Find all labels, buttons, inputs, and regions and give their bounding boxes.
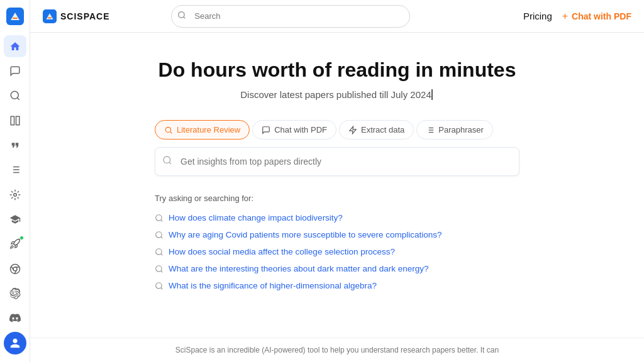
svg-line-41 xyxy=(161,271,163,273)
suggestion-item[interactable]: What is the significance of higher-dimen… xyxy=(155,277,519,294)
main-area: SCISPACE Pricing + Chat with PDF Do hour… xyxy=(30,0,644,362)
svg-point-40 xyxy=(156,266,162,272)
content-area: Do hours worth of reading in minutes Dis… xyxy=(30,33,644,337)
svg-rect-21 xyxy=(48,17,52,18)
header-search-container xyxy=(171,5,410,28)
hero-title: Do hours worth of reading in minutes xyxy=(158,58,516,82)
svg-point-3 xyxy=(11,92,18,99)
header: SCISPACE Pricing + Chat with PDF xyxy=(30,0,644,33)
tab-extract-data[interactable]: Extract data xyxy=(339,120,414,140)
suggestions-label: Try asking or searching for: xyxy=(155,194,519,203)
suggestion-item[interactable]: How does social media affect the college… xyxy=(155,243,519,260)
main-search-icon xyxy=(162,155,172,168)
pricing-link[interactable]: Pricing xyxy=(523,11,552,21)
header-search-icon xyxy=(177,11,186,22)
sidebar-item-ai[interactable] xyxy=(4,184,26,206)
suggestion-item[interactable]: What are the interesting theories about … xyxy=(155,260,519,277)
footer-text: SciSpace is an incredible (AI-powered) t… xyxy=(175,346,499,354)
svg-point-38 xyxy=(156,249,162,255)
sidebar-item-book[interactable] xyxy=(4,109,26,131)
tab-paraphraser[interactable]: Paraphraser xyxy=(416,120,493,140)
svg-rect-5 xyxy=(11,116,14,125)
sidebar-logo xyxy=(6,8,24,25)
svg-line-33 xyxy=(169,162,171,164)
svg-point-22 xyxy=(179,11,184,17)
sidebar-item-home[interactable] xyxy=(4,35,26,57)
svg-point-13 xyxy=(13,193,16,196)
footer: SciSpace is an incredible (AI-powered) t… xyxy=(30,337,644,362)
sidebar-item-chrome[interactable] xyxy=(4,258,26,280)
hero-subtitle: Discover latest papers published till Ju… xyxy=(240,89,434,100)
svg-point-24 xyxy=(165,127,170,132)
sidebar-item-discord[interactable] xyxy=(4,307,26,329)
svg-line-35 xyxy=(161,220,163,222)
logo-text: SCISPACE xyxy=(60,11,110,21)
svg-point-34 xyxy=(156,215,162,221)
feature-tabs: Literature Review Chat with PDF Extract … xyxy=(155,120,519,140)
svg-point-32 xyxy=(164,156,170,163)
tab-literature-review[interactable]: Literature Review xyxy=(155,120,250,140)
svg-line-37 xyxy=(161,237,163,239)
sidebar-item-rocket[interactable] xyxy=(4,233,26,255)
rocket-badge xyxy=(19,236,24,240)
user-avatar-button[interactable] xyxy=(4,332,26,354)
tab-chat-with-pdf[interactable]: Chat with PDF xyxy=(252,120,336,140)
header-search-input[interactable] xyxy=(171,5,410,28)
svg-point-36 xyxy=(156,232,162,238)
sidebar-item-openai[interactable] xyxy=(4,282,26,304)
svg-line-43 xyxy=(161,288,163,290)
svg-line-4 xyxy=(17,98,19,100)
sidebar-item-search[interactable] xyxy=(4,85,26,107)
svg-line-23 xyxy=(184,16,186,18)
sidebar-item-list[interactable] xyxy=(4,159,26,181)
sidebar-bottom xyxy=(4,332,26,354)
plus-icon: + xyxy=(562,11,568,22)
svg-line-25 xyxy=(170,132,172,134)
main-search-input[interactable] xyxy=(155,147,519,176)
svg-rect-2 xyxy=(13,18,18,19)
sidebar xyxy=(0,0,30,362)
main-search-container xyxy=(155,147,519,176)
suggestions-section: Try asking or searching for: How does cl… xyxy=(155,194,519,294)
header-nav: Pricing + Chat with PDF xyxy=(523,11,631,22)
header-logo: SCISPACE xyxy=(43,9,110,23)
svg-line-39 xyxy=(161,254,163,256)
sidebar-item-graduate[interactable] xyxy=(4,208,26,230)
svg-rect-6 xyxy=(16,116,19,125)
chat-with-pdf-button[interactable]: + Chat with PDF xyxy=(562,11,631,22)
svg-point-42 xyxy=(156,283,162,288)
sidebar-item-quote[interactable] xyxy=(4,134,26,156)
suggestion-item[interactable]: Why are aging Covid patients more suscep… xyxy=(155,226,519,243)
suggestion-item[interactable]: How does climate change impact biodivers… xyxy=(155,209,519,226)
sidebar-item-chat[interactable] xyxy=(4,60,26,82)
